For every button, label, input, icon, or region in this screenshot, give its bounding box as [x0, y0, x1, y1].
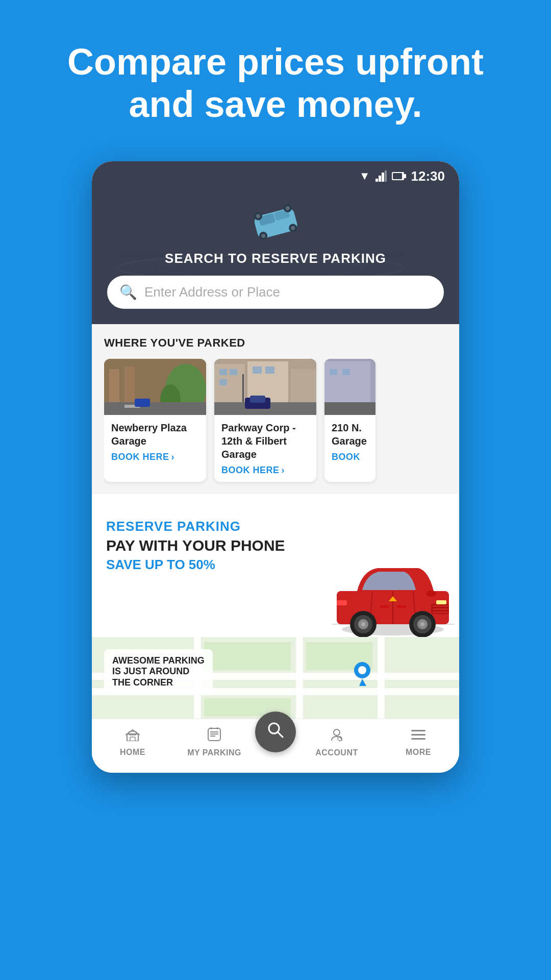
section-divider — [92, 494, 459, 504]
my-parking-icon — [207, 727, 221, 745]
nav-my-parking-label: MY PARKING — [187, 748, 241, 757]
red-car-illustration — [321, 545, 459, 637]
svg-marker-1 — [379, 176, 381, 182]
search-bar-icon: 🔍 — [119, 284, 137, 301]
parking-card-3-image — [324, 359, 375, 415]
svg-rect-87 — [210, 733, 218, 734]
svg-rect-76 — [378, 637, 385, 719]
recent-parking-title: WHERE YOU'VE PARKED — [104, 336, 447, 350]
parking-card-1-name: Newberry Plaza Garage — [111, 421, 199, 448]
svg-rect-77 — [204, 642, 291, 670]
svg-rect-88 — [210, 736, 215, 737]
svg-point-91 — [334, 729, 340, 736]
parking-card-2-book[interactable]: BOOK HERE › — [221, 465, 309, 476]
nav-more-label: MORE — [406, 748, 431, 757]
svg-rect-5 — [404, 174, 406, 178]
status-icons: ▼ 12:30 — [359, 168, 445, 184]
status-bar: ▼ 12:30 — [92, 161, 459, 191]
car-illustration — [245, 202, 306, 242]
svg-rect-86 — [210, 731, 218, 732]
svg-rect-36 — [253, 366, 262, 374]
parking-card-2-name: Parkway Corp - 12th & Filbert Garage — [221, 421, 309, 461]
svg-rect-26 — [104, 402, 206, 415]
parking-card-1-book[interactable]: BOOK HERE › — [111, 452, 199, 462]
parking-card-3[interactable]: 210 N. Garage BOOK — [324, 359, 375, 482]
svg-marker-2 — [382, 173, 384, 182]
svg-rect-95 — [411, 738, 425, 740]
parking-card-2[interactable]: Parkway Corp - 12th & Filbert Garage BOO… — [214, 359, 316, 482]
svg-rect-44 — [330, 369, 337, 375]
account-icon — [330, 727, 344, 745]
parking-card-1-body: Newberry Plaza Garage BOOK HERE › — [104, 415, 206, 469]
svg-rect-34 — [230, 369, 237, 375]
svg-rect-37 — [265, 366, 274, 374]
parking-card-3-name: 210 N. Garage — [332, 421, 368, 448]
svg-rect-46 — [324, 402, 375, 415]
svg-rect-93 — [411, 730, 425, 731]
wifi-icon: ▼ — [359, 169, 370, 183]
nav-home-label: HOME — [120, 748, 145, 757]
nav-more[interactable]: MORE — [378, 727, 459, 757]
svg-rect-52 — [433, 608, 448, 610]
fab-search-icon — [266, 721, 285, 743]
map-section: AWESOME PARKING IS JUST AROUND THE CORNE… — [92, 637, 459, 719]
map-text-overlay: AWESOME PARKING IS JUST AROUND THE CORNE… — [104, 649, 213, 695]
map-headline: AWESOME PARKING IS JUST AROUND THE CORNE… — [112, 655, 205, 689]
phone-mockup: ▼ 12:30 — [92, 161, 459, 773]
svg-rect-35 — [219, 379, 227, 385]
svg-point-68 — [420, 622, 424, 626]
svg-rect-28 — [135, 399, 150, 407]
home-icon — [125, 727, 140, 745]
svg-rect-60 — [397, 605, 406, 608]
promo-section: RESERVE PARKING PAY WITH YOUR PHONE SAVE… — [92, 504, 459, 637]
svg-rect-33 — [219, 369, 227, 375]
nav-search-fab[interactable] — [255, 712, 296, 752]
recent-parking-section: WHERE YOU'VE PARKED — [92, 324, 459, 494]
battery-icon — [392, 172, 406, 180]
more-icon — [411, 727, 425, 745]
nav-home[interactable]: HOME — [92, 727, 173, 757]
parking-card-2-image — [214, 359, 316, 415]
parking-card-3-book[interactable]: BOOK — [332, 452, 368, 462]
parking-card-2-body: Parkway Corp - 12th & Filbert Garage BOO… — [214, 415, 316, 482]
svg-line-90 — [278, 732, 283, 737]
svg-rect-75 — [296, 637, 303, 719]
svg-point-81 — [358, 666, 366, 674]
road-decoration — [92, 253, 429, 283]
bottom-nav: HOME MY PARKING — [92, 719, 459, 773]
svg-rect-45 — [342, 369, 350, 375]
svg-rect-83 — [130, 737, 135, 741]
app-header: SEARCH TO RESERVE PARKING 🔍 Enter Addres… — [92, 191, 459, 324]
promo-line1: RESERVE PARKING — [106, 519, 445, 534]
svg-rect-59 — [380, 605, 389, 608]
svg-rect-54 — [436, 600, 446, 604]
nav-account-label: ACCOUNT — [315, 748, 358, 757]
svg-rect-6 — [393, 173, 402, 179]
svg-point-8 — [158, 259, 362, 277]
parking-card-1-image — [104, 359, 206, 415]
signal-icon — [375, 170, 387, 182]
nav-account[interactable]: ACCOUNT — [296, 727, 378, 757]
svg-rect-94 — [411, 734, 425, 736]
parking-card-1[interactable]: Newberry Plaza Garage BOOK HERE › — [104, 359, 206, 482]
svg-rect-55 — [337, 600, 347, 605]
map-background: AWESOME PARKING IS JUST AROUND THE CORNE… — [92, 637, 459, 719]
nav-my-parking[interactable]: MY PARKING — [173, 727, 255, 757]
parking-cards-list: Newberry Plaza Garage BOOK HERE › — [104, 359, 447, 494]
svg-marker-0 — [375, 179, 378, 182]
parking-card-3-body: 210 N. Garage BOOK — [324, 415, 375, 469]
status-time: 12:30 — [411, 168, 445, 184]
svg-rect-53 — [433, 611, 448, 613]
hero-tagline: Compare prices upfront and save money. — [0, 0, 551, 146]
svg-point-70 — [426, 591, 436, 597]
svg-point-64 — [361, 622, 365, 626]
svg-rect-51 — [433, 605, 448, 607]
svg-marker-3 — [385, 170, 387, 182]
search-bar-placeholder[interactable]: Enter Address or Place — [144, 284, 432, 300]
svg-rect-41 — [250, 396, 265, 403]
